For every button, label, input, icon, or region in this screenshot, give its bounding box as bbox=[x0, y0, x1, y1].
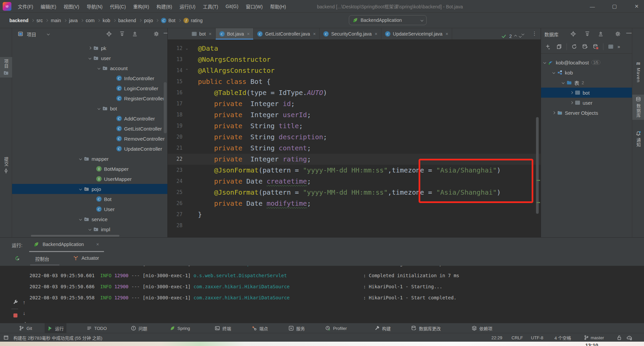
toolwindow-button-Git[interactable]: Git bbox=[16, 323, 35, 333]
project-tree-row[interactable]: CUser bbox=[12, 204, 167, 214]
menu-item[interactable]: 构建(B) bbox=[154, 2, 175, 11]
close-icon[interactable]: × bbox=[445, 31, 448, 37]
toolwindow-button-数据库更改[interactable]: 数据库更改 bbox=[409, 323, 443, 333]
project-tree-row[interactable]: CRegisterController bbox=[12, 93, 167, 103]
tree-chevron-icon[interactable] bbox=[79, 157, 82, 160]
menu-item[interactable]: 运行(U) bbox=[176, 2, 198, 11]
duplicate-icon[interactable] bbox=[556, 44, 562, 49]
breadcrumb-item[interactable]: pojo bbox=[144, 18, 153, 23]
project-tree-row[interactable]: mapper bbox=[12, 154, 167, 164]
status-message[interactable]: 构建在 2秒783毫秒 中成功完成 (55 分钟 之前) bbox=[13, 333, 102, 342]
wrench-icon[interactable] bbox=[12, 299, 19, 305]
tree-chevron-icon[interactable] bbox=[89, 228, 91, 231]
toolwindow-button-运行[interactable]: 运行 bbox=[45, 323, 66, 333]
stripe-item-1[interactable]: 提交 bbox=[0, 155, 12, 176]
tree-chevron-icon[interactable] bbox=[89, 47, 91, 49]
run-tab-label[interactable]: BackendApplication bbox=[43, 242, 84, 247]
menu-item[interactable]: 导航(N) bbox=[84, 2, 105, 11]
menu-item[interactable]: 代码(C) bbox=[107, 2, 129, 11]
breadcrumb-item[interactable]: main bbox=[51, 18, 61, 23]
menu-item[interactable]: 帮助(H) bbox=[267, 2, 289, 11]
toolwindow-button-Profiler[interactable]: Profiler bbox=[323, 323, 350, 333]
expand-all-icon[interactable] bbox=[585, 31, 590, 37]
minimize-button[interactable]: — bbox=[585, 0, 600, 13]
tree-chevron-icon[interactable] bbox=[552, 71, 555, 74]
tree-chevron-icon[interactable] bbox=[570, 91, 573, 94]
project-tree-row[interactable]: CLoginController bbox=[12, 83, 167, 93]
breadcrumb-item[interactable]: java bbox=[69, 18, 78, 23]
breadcrumb-item[interactable]: backend bbox=[118, 18, 136, 23]
rerun-icon[interactable] bbox=[15, 256, 20, 261]
database-tree-row[interactable]: kob@localhost1/5 bbox=[541, 57, 632, 67]
database-tree-row[interactable]: bot bbox=[541, 88, 632, 98]
readonly-lock-icon[interactable] bbox=[616, 333, 622, 342]
project-scrollbar[interactable] bbox=[164, 82, 167, 133]
breadcrumb-item[interactable]: src bbox=[37, 18, 43, 23]
toolwindow-button-Spring[interactable]: Spring bbox=[167, 323, 193, 333]
toolwindow-button-端点[interactable]: 端点 bbox=[249, 323, 271, 333]
database-tree-row[interactable]: kob bbox=[541, 67, 632, 78]
project-tree-row[interactable]: user bbox=[12, 53, 167, 63]
disconnect-icon[interactable] bbox=[593, 44, 598, 49]
toolwindow-button-问题[interactable]: 问题 bbox=[128, 323, 150, 333]
close-icon[interactable]: × bbox=[247, 31, 250, 37]
breadcrumb-item[interactable]: backend bbox=[9, 18, 29, 23]
gutter-fold-icon[interactable]: ⌃ bbox=[185, 65, 189, 76]
project-tree-row[interactable]: IUserMapper bbox=[12, 174, 167, 184]
inspection-widget[interactable]: 2 bbox=[501, 34, 521, 39]
menu-item[interactable]: 重构(R) bbox=[130, 2, 152, 11]
select-opened-file-icon[interactable] bbox=[106, 31, 112, 37]
toolwindow-button-构建[interactable]: 构建 bbox=[372, 323, 393, 333]
refresh-icon[interactable] bbox=[572, 44, 577, 49]
tab-actuator[interactable]: Actuator bbox=[82, 255, 99, 261]
expand-all-icon[interactable] bbox=[119, 31, 125, 37]
project-tree-row[interactable]: pk bbox=[12, 43, 167, 53]
toolwindow-button-依赖项[interactable]: 依赖项 bbox=[469, 323, 495, 333]
menu-item[interactable]: 窗口(W) bbox=[243, 2, 266, 11]
project-hscrollbar[interactable] bbox=[31, 235, 119, 237]
menu-item[interactable]: 文件(F) bbox=[15, 2, 36, 11]
tree-chevron-icon[interactable] bbox=[79, 218, 82, 220]
toolwindow-button-服务[interactable]: 服务 bbox=[286, 323, 308, 333]
menu-item[interactable]: 视图(V) bbox=[61, 2, 83, 11]
settings-gear-icon[interactable] bbox=[615, 31, 621, 37]
stripe-item-bell[interactable]: 通知 bbox=[632, 129, 644, 149]
tree-chevron-icon[interactable] bbox=[79, 188, 82, 190]
line-ending[interactable]: CRLF bbox=[512, 333, 523, 342]
tree-chevron-icon[interactable] bbox=[562, 81, 565, 84]
editor-tab[interactable]: CUpdateServiceImpl.java× bbox=[381, 28, 452, 39]
add-datasource-icon[interactable] bbox=[545, 44, 550, 49]
tree-chevron-icon[interactable] bbox=[98, 107, 100, 110]
up-stack-icon[interactable]: ↑ bbox=[21, 299, 28, 305]
breadcrumb-item[interactable]: kob bbox=[103, 18, 110, 23]
gradle-sync-icon[interactable]: ? bbox=[627, 333, 632, 342]
toolwindow-button-TODO[interactable]: TODO bbox=[84, 323, 109, 333]
editor-tab[interactable]: CSecurityConfig.java× bbox=[320, 28, 381, 39]
tree-chevron-icon[interactable] bbox=[552, 111, 555, 114]
collapse-all-icon[interactable] bbox=[598, 31, 603, 37]
collapse-all-icon[interactable] bbox=[132, 31, 138, 37]
editor-tab[interactable]: bot× bbox=[188, 28, 216, 39]
hide-panel-icon[interactable]: — bbox=[626, 30, 632, 36]
chevron-down-icon[interactable] bbox=[47, 33, 50, 35]
project-tree-row[interactable]: CGetListController bbox=[12, 123, 167, 134]
down-stack-icon[interactable]: ↓ bbox=[21, 309, 28, 316]
prev-problem-icon[interactable] bbox=[514, 35, 517, 38]
stripe-item-maven[interactable]: mMaven bbox=[632, 58, 644, 85]
settings-gear-icon[interactable] bbox=[154, 31, 159, 37]
menu-item[interactable]: Git(G) bbox=[223, 2, 241, 10]
close-icon[interactable]: × bbox=[313, 31, 316, 37]
close-icon[interactable]: × bbox=[209, 31, 211, 37]
close-button[interactable]: ✕ bbox=[629, 0, 644, 13]
tree-chevron-icon[interactable] bbox=[570, 101, 573, 104]
tree-chevron-icon[interactable] bbox=[89, 57, 91, 59]
database-tree-row[interactable]: user bbox=[541, 98, 632, 108]
close-icon[interactable]: × bbox=[375, 31, 377, 37]
next-problem-icon[interactable] bbox=[519, 35, 522, 38]
editor-scrollbar[interactable] bbox=[536, 117, 539, 214]
git-branch[interactable]: master bbox=[584, 333, 604, 342]
indent-setting[interactable]: 4 个空格 bbox=[554, 333, 571, 342]
breadcrumb-item[interactable]: CBot bbox=[161, 18, 175, 23]
menu-item[interactable]: 编辑(E) bbox=[38, 2, 59, 11]
run-configuration-select[interactable]: BackendApplication bbox=[349, 15, 427, 25]
